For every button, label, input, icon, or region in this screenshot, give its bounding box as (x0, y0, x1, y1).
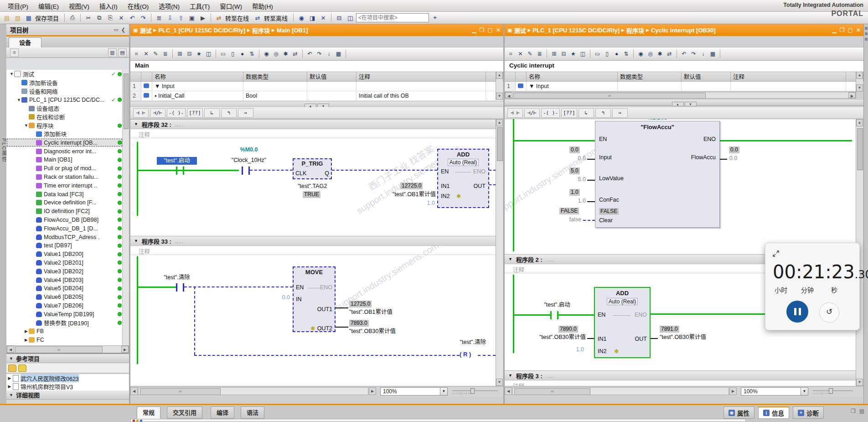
contact-leg[interactable] (550, 311, 552, 319)
tree-item[interactable]: Main [OB1] (6, 156, 123, 164)
inspector-tab-信息[interactable]: i信息 (758, 406, 789, 419)
inspector-tab-诊断[interactable]: +诊断 (793, 406, 824, 419)
zoom-slider[interactable]: ıııııÿııııı (813, 388, 853, 395)
undo-icon[interactable]: ↶ (305, 50, 314, 58)
restore-window-icon[interactable]: ◨ (307, 13, 317, 23)
p-trig-block[interactable]: P_TRIG CLK Q (293, 158, 332, 179)
breadcrumb-item[interactable]: 测试 (140, 26, 151, 35)
go-offline-button[interactable]: ⇄ (253, 13, 263, 23)
redo-icon[interactable]: ↷ (138, 13, 148, 23)
compile-icon[interactable]: ≣ (154, 13, 164, 23)
contact-leg[interactable] (248, 167, 250, 175)
breakpoint-icon[interactable]: ● (612, 50, 621, 58)
right-edge-strip[interactable] (863, 24, 868, 404)
go-online-icon[interactable]: ⇄ (291, 50, 300, 58)
expand-icon[interactable] (772, 250, 780, 258)
editor-title-bar[interactable]: ▣ 测试▶PLC_1 [CPU 1215C DC/DC/Rly]▶程序块▶Mai… (130, 24, 503, 36)
column-header[interactable]: 数据类型 (618, 72, 682, 82)
var-name-cell[interactable]: ▼ Input (527, 82, 618, 91)
tree-item[interactable]: ▼PLC_1 [CPU 1215C DC/DC...✓ (6, 95, 123, 104)
contact-leg[interactable] (183, 283, 184, 292)
menu-icon[interactable]: ▤ (859, 408, 864, 414)
network-3-header[interactable]: ▼ 程序段 3 :..... (505, 370, 856, 380)
compile-block-icon[interactable]: ≣ (535, 50, 544, 58)
start-cpu-icon[interactable]: ▣ (187, 13, 197, 23)
output-operand[interactable]: 0.0 (729, 155, 748, 162)
insert-network-icon[interactable]: ⌗ (132, 50, 141, 58)
jump-icon[interactable]: → (612, 108, 628, 118)
breadcrumb-item[interactable]: Cyclic interrupt [OB30] (651, 27, 716, 34)
network-33-header[interactable]: ▼ 程序段 33 :..... (130, 236, 496, 246)
save-project-button[interactable]: ▦ (24, 13, 34, 23)
undo-icon[interactable]: ↶ (127, 13, 137, 23)
network-comment[interactable]: 注释 (130, 246, 496, 255)
float-icon[interactable]: ❐ (840, 27, 845, 33)
download-icon[interactable]: ↓ (699, 50, 708, 58)
zoom-select[interactable]: 100%▼ (741, 387, 808, 396)
input-operand[interactable]: 0.0 (568, 155, 586, 162)
paste-icon[interactable]: ⎘ (105, 13, 115, 23)
monitor-on-icon[interactable]: ◉ (636, 50, 645, 58)
pin-panel-icon[interactable]: ▭ (114, 27, 118, 33)
call-structure-icon[interactable]: ⇅ (622, 50, 630, 58)
chevron-down-icon[interactable]: ▼ (24, 123, 29, 128)
var-type-cell[interactable] (243, 82, 307, 91)
interface-splitter[interactable]: ▲▼ (505, 100, 863, 106)
close-branch-icon[interactable]: ↰ (595, 108, 611, 118)
download-icon[interactable]: ↓ (325, 50, 333, 58)
copy-icon[interactable]: ⧉ (94, 13, 104, 23)
libraries-pane-icon[interactable] (865, 32, 868, 35)
cut-icon[interactable]: ✂ (83, 13, 93, 23)
interface-scrollbar[interactable]: ▲ ▼ (856, 72, 863, 92)
scroll-right-icon[interactable]: ▶ (848, 92, 856, 98)
contact-leg[interactable] (183, 167, 184, 175)
scroll-up-icon[interactable]: ▲ (496, 72, 503, 79)
tree-item[interactable]: 添加新块 (6, 130, 123, 139)
favorites-icon[interactable]: ★ (195, 50, 203, 58)
move-block[interactable]: MOVE EN ENO IN OUT1 OUT2 ∗ (293, 266, 336, 332)
new-project-icon[interactable]: ▤ (2, 13, 12, 23)
go-offline-button-label[interactable]: 转至离线 (264, 14, 288, 22)
float-icon[interactable]: ❐ (851, 408, 856, 414)
call-structure-icon[interactable]: ⇅ (248, 50, 256, 58)
bottom-tab-编译[interactable]: 编译 (211, 406, 234, 419)
tree-item[interactable]: Diagnostic error int... (6, 147, 123, 156)
pause-button[interactable] (786, 301, 808, 323)
bottom-tab-交叉引用[interactable]: 交叉引用 (167, 406, 202, 419)
bottom-tab-常规[interactable]: 常规 (137, 406, 160, 419)
breakpoint-icon[interactable]: ● (238, 50, 247, 58)
tree-item[interactable]: Time error interrupt .. (6, 181, 123, 190)
contact-leg[interactable] (176, 167, 177, 175)
nc-contact-icon[interactable]: ⊣/⊢ (524, 108, 540, 118)
undo-icon[interactable]: ↶ (680, 50, 688, 58)
tree-item[interactable]: IO definition [FC2] (6, 207, 123, 216)
reference-project-item[interactable]: ▶武穴人民医院修改0623 (6, 374, 129, 382)
print-icon[interactable]: ⎙ (67, 13, 78, 23)
restore-reference-icon[interactable] (18, 365, 26, 372)
add-block[interactable]: ADD Auto (Real) EN ENO IN1 IN2 ∗ OUT (437, 149, 489, 208)
tree-item[interactable]: Value4 [DB203] (6, 276, 123, 284)
tree-item[interactable]: 替换参数 [DB190] (6, 318, 123, 327)
tree-item[interactable]: ▶FB (6, 327, 123, 336)
scroll-right-icon[interactable]: ▶ (729, 387, 737, 395)
breadcrumb-item[interactable]: 测试 (514, 26, 526, 35)
coil-icon[interactable]: -( )- (167, 108, 186, 118)
out-operand[interactable]: "test".OB30累计值 (660, 334, 737, 341)
no-contact-icon[interactable]: ⊣ ⊢ (507, 108, 523, 118)
redo-icon[interactable]: ↷ (689, 50, 698, 58)
var-default-cell[interactable] (307, 91, 356, 101)
tree-item[interactable]: Data load [FC3] (6, 190, 123, 198)
reference-projects-header[interactable]: ▼ 参考项目 (6, 353, 129, 363)
comments-toggle-icon[interactable]: ▭ (593, 50, 602, 58)
open-project-icon[interactable]: ▧ (13, 13, 23, 23)
tree-filter-icon[interactable]: ⌗ (10, 48, 19, 57)
contact-operand[interactable]: "test".清除 (156, 274, 198, 281)
tree-item[interactable]: 添加新设备 (6, 78, 123, 87)
find-in-project-icon[interactable]: ⌖ (430, 13, 440, 23)
delete-icon[interactable]: ✕ (116, 13, 126, 23)
comments-toggle-icon[interactable]: ▭ (219, 50, 227, 58)
inspector-tab-属性[interactable]: ◉属性 (723, 406, 754, 419)
tasks-pane-icon[interactable] (865, 27, 868, 30)
modify-icon[interactable]: ✱ (656, 50, 664, 58)
close-icon[interactable]: ✕ (496, 27, 501, 33)
